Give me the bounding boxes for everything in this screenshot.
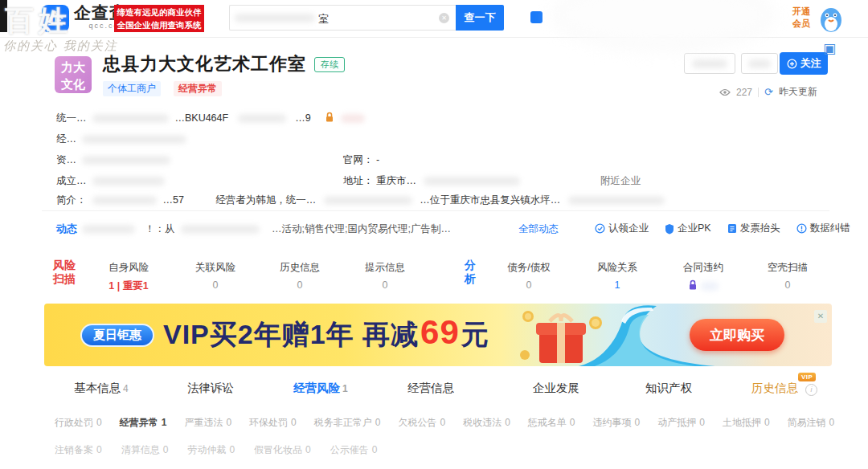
analysis-title: 分 析 <box>465 259 476 286</box>
tab-basic-info[interactable]: 基本信息4 <box>74 381 129 396</box>
buy-now-button[interactable]: 立即购买 <box>690 319 784 351</box>
invoice-title-link[interactable]: 发票抬头 <box>727 222 780 235</box>
update-time: 昨天更新 <box>779 85 817 99</box>
subtab-labor-arbitration[interactable]: 劳动仲裁0 <box>187 443 235 457</box>
analysis-item-shell[interactable]: 空壳扫描 0 <box>751 261 824 291</box>
discount-amount: 69 <box>420 313 460 352</box>
banner-close-icon[interactable]: ✕ <box>814 310 827 323</box>
section-divider <box>42 210 829 211</box>
lock-icon <box>688 279 698 291</box>
established-label: 成立… <box>56 175 87 186</box>
subtab-breach-items[interactable]: 违约事项0 <box>593 416 641 430</box>
intro-fragment-right2: …位于重庆市忠县复兴镇水坪… <box>420 194 560 206</box>
blurred-region <box>563 0 764 40</box>
intro-fragment-right: 经营者为韩旭，统一… <box>215 194 316 206</box>
subtab-simple-cancellation[interactable]: 简易注销0 <box>788 416 835 430</box>
company-pk-link[interactable]: 企业PK <box>665 222 711 235</box>
risk-scan-title: 风险 扫描 <box>53 259 76 286</box>
tab-history-info[interactable]: 历史信息 VIP i <box>751 381 817 396</box>
data-correction-link[interactable]: 数据纠错 <box>796 222 850 235</box>
search-input[interactable]: 室 ✕ <box>229 5 456 31</box>
website-label: 官网： <box>343 154 374 165</box>
risk-item-related[interactable]: 关联风险 0 <box>179 261 252 291</box>
risk-item-self[interactable]: 自身风险 1 | 重要1 <box>92 261 165 293</box>
info-icon: i <box>805 384 817 396</box>
shield-icon <box>665 223 674 234</box>
company-logo: 力大 文化 <box>55 56 92 93</box>
subtab-chattel-mortgage[interactable]: 动产抵押0 <box>657 416 705 430</box>
subtab-public-notice[interactable]: 公示催告0 <box>330 443 378 457</box>
views-eye-icon <box>719 88 731 96</box>
abnormal-operation-tag[interactable]: 经营异常 <box>174 81 222 96</box>
subtab-liquidation-info[interactable]: 清算信息0 <box>121 443 169 457</box>
analysis-item-relation[interactable]: 风险关系 1 <box>581 261 653 291</box>
subtab-env-penalty[interactable]: 环保处罚0 <box>249 416 297 430</box>
search-input-value: 室 <box>318 12 329 27</box>
tab-legal[interactable]: 法律诉讼 <box>187 381 234 396</box>
qr-code-icon[interactable]: ▣ <box>823 40 836 57</box>
tab-company-development[interactable]: 企业发展 <box>533 381 579 396</box>
tab-operation-info[interactable]: 经营信息 <box>407 381 454 396</box>
credit-code-value: …BKU464F <box>174 112 228 124</box>
view-count: 227 <box>736 87 752 98</box>
note-button[interactable] <box>741 53 778 74</box>
refresh-icon[interactable]: ⟳ <box>764 86 773 98</box>
subtab-abnormal-taxpayer[interactable]: 税务非正常户0 <box>314 416 381 430</box>
mascot-icon[interactable] <box>817 3 845 37</box>
subtab-land-mortgage[interactable]: 土地抵押0 <box>723 416 770 430</box>
subtab-serious-violation[interactable]: 严重违法0 <box>184 416 231 430</box>
subtab-discipline-list[interactable]: 惩戒名单0 <box>528 416 575 430</box>
entity-type-tag[interactable]: 个体工商户 <box>103 81 161 96</box>
analysis-item-debt[interactable]: 债务/债权 0 <box>493 261 565 291</box>
vip-badge: VIP <box>798 373 816 381</box>
station-watermark: 百姓 <box>5 2 72 41</box>
address-value: 重庆市… <box>376 175 416 186</box>
subtab-abnormal-operation[interactable]: 经营异常1 <box>120 416 167 430</box>
intro-fragment-left: …57 <box>162 194 183 206</box>
subtab-counterfeit-cosmetics[interactable]: 假冒化妆品0 <box>254 443 311 457</box>
open-vip-link[interactable]: 开通 会员 <box>792 6 810 30</box>
promo-title: VIP买2年赠1年 再减 69 元 <box>163 313 489 353</box>
subtab-tax-arrears[interactable]: 欠税公告0 <box>398 416 445 430</box>
claim-company-link[interactable]: 认领企业 <box>595 222 649 235</box>
slogan-line1: 缔造有远见的商业伙伴 <box>114 6 204 18</box>
analysis-item-contract[interactable]: 合同违约 <box>667 261 739 292</box>
search-button[interactable]: 查一下 <box>456 5 504 31</box>
watermark-slogan: 你的关心 我的关注 <box>3 39 118 54</box>
follow-button[interactable]: 关注 <box>780 52 828 75</box>
company-name: 忠县力大文化艺术工作室 <box>103 52 306 76</box>
claim-badge-icon <box>595 223 605 234</box>
tab-intellectual-property[interactable]: 知识产权 <box>645 381 692 396</box>
action-button-blurred-1[interactable] <box>684 53 735 74</box>
follow-icon <box>787 59 797 69</box>
dynamics-fragment-a: ！：从 <box>145 222 175 236</box>
website-value: - <box>376 154 379 165</box>
vip-promo-banner[interactable]: 夏日钜惠 VIP买2年赠1年 再减 69 元 立即购买 ✕ <box>44 304 832 366</box>
divider <box>758 88 759 97</box>
page-root: 企 企查查 qcc.com 缔造有远见的商业伙伴 全国企业信用查询系统 室 ✕ … <box>0 0 868 469</box>
search-clear-icon[interactable]: ✕ <box>439 13 449 23</box>
dynamics-fragment-b: …活动;销售代理;国内贸易代理;广告制… <box>272 222 451 236</box>
dynamics-label: 动态 <box>56 222 77 236</box>
operator-label: 经… <box>56 133 76 145</box>
risk-item-hint[interactable]: 提示信息 0 <box>349 261 421 291</box>
credit-code-label: 统一… <box>56 112 87 124</box>
phone-value: …9 <box>295 112 310 124</box>
subtab-admin-penalty[interactable]: 行政处罚0 <box>55 416 102 430</box>
intro-label: 简介： <box>56 194 87 206</box>
promo-badge: 夏日钜惠 <box>80 324 154 347</box>
slogan-line2: 全国企业信用查询系统 <box>114 18 204 31</box>
subtab-cancellation-record[interactable]: 注销备案0 <box>55 443 102 457</box>
all-dynamics-link[interactable]: 全部动态 <box>518 222 559 236</box>
brand-slogan-badge: 缔造有远见的商业伙伴 全国企业信用查询系统 <box>114 5 204 32</box>
lock-icon[interactable] <box>325 112 334 123</box>
tab-operation-risk[interactable]: 经营风险1 <box>293 381 348 396</box>
top-header: 企 企查查 qcc.com 缔造有远见的商业伙伴 全国企业信用查询系统 室 ✕ … <box>0 0 868 38</box>
subtab-tax-violation[interactable]: 税收违法0 <box>463 416 510 430</box>
gift-box-graphic <box>517 305 607 366</box>
mini-app-icon[interactable] <box>530 11 542 23</box>
risk-item-history[interactable]: 历史信息 0 <box>264 261 336 291</box>
invoice-icon <box>727 223 737 234</box>
address-label: 地址： <box>343 175 374 186</box>
nearby-companies-link[interactable]: 附近企业 <box>600 175 641 186</box>
